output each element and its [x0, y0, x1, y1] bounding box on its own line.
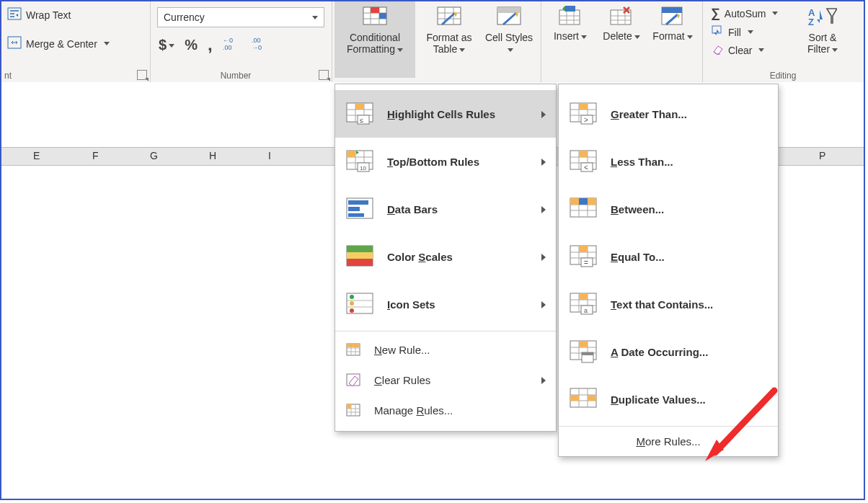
- format-cells-button[interactable]: Format: [649, 1, 696, 43]
- less-than-icon: <: [569, 149, 598, 174]
- insert-cells-icon: [558, 6, 583, 28]
- icon-sets-icon: [345, 292, 374, 316]
- clear-rules-icon: [345, 372, 361, 388]
- delete-cells-label: Delete: [603, 31, 639, 42]
- submenu-text-contains[interactable]: a Text that Contains...: [559, 280, 778, 328]
- menu-separator: [335, 331, 556, 331]
- excel-window: Wrap Text Merge & Center nt Currency $ %…: [0, 0, 865, 500]
- group-label-alignment-partial: nt: [1, 71, 140, 81]
- menu-clear-rules[interactable]: Clear Rules: [335, 365, 556, 395]
- format-cells-label: Format: [652, 31, 692, 42]
- svg-point-37: [350, 295, 354, 299]
- svg-rect-70: [570, 395, 579, 401]
- data-bars-icon: [345, 197, 374, 221]
- sort-filter-button[interactable]: AZ Sort & Filter: [797, 1, 848, 55]
- cell-styles-icon: [496, 6, 522, 30]
- col-F[interactable]: F: [92, 150, 99, 161]
- color-scales-icon: [345, 244, 374, 269]
- col-E[interactable]: E: [33, 150, 40, 161]
- accounting-format-button[interactable]: $: [159, 37, 174, 53]
- number-format-dropdown[interactable]: Currency: [157, 7, 324, 27]
- chevron-right-icon: [537, 374, 546, 386]
- wrap-text-button[interactable]: Wrap Text: [3, 6, 76, 24]
- decrease-decimal-button[interactable]: .00→0: [252, 35, 270, 55]
- dialog-launcher-number[interactable]: [319, 70, 329, 80]
- menu-highlight-cells-rules[interactable]: ≤ HHighlight Cells Rulesighlight Cells R…: [335, 90, 556, 138]
- menu-manage-rules[interactable]: Manage Rules...: [335, 395, 556, 425]
- chevron-right-icon: [537, 251, 546, 263]
- svg-text:→0: →0: [252, 44, 262, 51]
- menu-icon-sets[interactable]: Icon Sets: [335, 280, 556, 328]
- wrap-text-icon: [7, 7, 22, 22]
- eraser-icon: [711, 43, 724, 57]
- svg-rect-44: [347, 404, 351, 409]
- insert-cells-button[interactable]: Insert: [548, 1, 593, 43]
- manage-rules-icon: [345, 402, 361, 418]
- svg-rect-9: [438, 7, 461, 25]
- fill-down-icon: [711, 25, 724, 39]
- svg-text:Z: Z: [808, 17, 814, 27]
- fill-button[interactable]: Fill: [707, 24, 782, 40]
- group-cells: Insert Delete Format: [541, 1, 703, 82]
- svg-text:.00: .00: [252, 37, 261, 44]
- svg-rect-66: [579, 341, 588, 347]
- menu-data-bars[interactable]: Data Bars: [335, 185, 556, 233]
- svg-rect-21: [355, 103, 364, 110]
- conditional-formatting-button[interactable]: Conditional Formatting: [335, 1, 415, 78]
- group-styles: Conditional Formatting Format as Table C…: [332, 1, 541, 82]
- ribbon: Wrap Text Merge & Center nt Currency $ %…: [1, 1, 864, 83]
- format-as-table-button[interactable]: Format as Table: [418, 1, 480, 78]
- menu-new-rule[interactable]: New Rule...: [335, 334, 556, 365]
- highlight-cells-submenu: > Greater Than... < Less Than... Between…: [558, 84, 779, 457]
- sort-filter-icon: AZ: [808, 6, 837, 30]
- clear-button[interactable]: Clear: [707, 42, 782, 58]
- sigma-icon: ∑: [711, 6, 720, 21]
- svg-rect-16: [662, 7, 682, 13]
- merge-center-button[interactable]: Merge & Center: [3, 35, 114, 53]
- comma-style-button[interactable]: ,: [208, 35, 213, 55]
- submenu-greater-than[interactable]: > Greater Than...: [559, 90, 778, 138]
- svg-rect-33: [347, 246, 373, 252]
- percent-style-button[interactable]: %: [185, 37, 198, 53]
- group-number: Currency $ % , ←0.00 .00→0 Number: [150, 1, 332, 82]
- submenu-equal-to[interactable]: = Equal To...: [559, 233, 778, 280]
- format-as-table-icon: [436, 6, 462, 30]
- group-label-editing: Editing: [702, 71, 864, 81]
- col-P[interactable]: P: [819, 150, 825, 161]
- col-G[interactable]: G: [150, 150, 158, 161]
- format-cells-icon: [660, 6, 685, 28]
- submenu-more-rules[interactable]: More Rules...: [559, 429, 778, 453]
- merge-center-icon: [7, 36, 22, 51]
- cell-styles-button[interactable]: Cell Styles: [483, 1, 535, 78]
- new-rule-icon: [345, 342, 361, 357]
- increase-decimal-button[interactable]: ←0.00: [223, 35, 242, 55]
- sort-filter-label: Sort & Filter: [800, 32, 845, 55]
- number-format-selected: Currency: [164, 12, 205, 23]
- svg-text:.00: .00: [223, 44, 232, 51]
- svg-rect-46: [579, 103, 588, 110]
- duplicate-values-icon: [569, 387, 598, 411]
- svg-rect-11: [497, 7, 521, 13]
- dialog-launcher-alignment[interactable]: [137, 70, 147, 80]
- equal-to-icon: =: [569, 244, 598, 269]
- autosum-button[interactable]: ∑ AutoSum: [707, 4, 782, 22]
- submenu-less-than[interactable]: < Less Than...: [559, 138, 778, 185]
- submenu-duplicate-values[interactable]: Duplicate Values...: [559, 375, 778, 423]
- svg-point-39: [350, 308, 354, 313]
- svg-rect-34: [347, 252, 373, 259]
- submenu-between[interactable]: Between...: [559, 185, 778, 233]
- svg-rect-68: [582, 352, 593, 355]
- svg-rect-54: [579, 198, 588, 205]
- menu-top-bottom-rules[interactable]: 10 Top/Bottom Rules: [335, 138, 556, 185]
- col-I[interactable]: I: [268, 150, 271, 161]
- svg-rect-50: [579, 151, 588, 157]
- svg-rect-41: [347, 344, 360, 347]
- delete-cells-button[interactable]: Delete: [598, 1, 645, 43]
- svg-text:≤: ≤: [360, 117, 363, 124]
- submenu-date-occurring[interactable]: A Date Occurring...: [559, 328, 778, 375]
- svg-rect-25: [347, 151, 355, 157]
- chevron-right-icon: [537, 203, 546, 215]
- menu-color-scales[interactable]: Color Scales: [335, 233, 556, 280]
- col-H[interactable]: H: [209, 150, 216, 161]
- svg-text:=: =: [584, 259, 588, 267]
